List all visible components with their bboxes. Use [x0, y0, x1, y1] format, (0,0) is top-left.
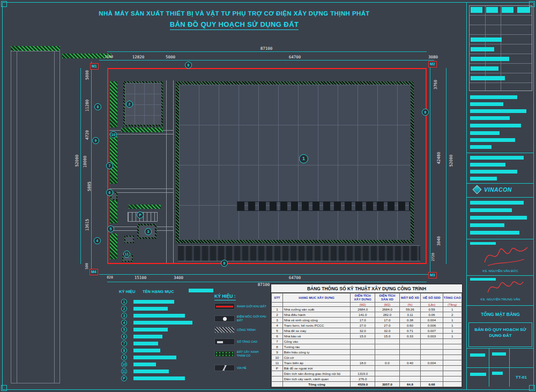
item-balloon: 1 — [121, 299, 127, 305]
spec-table-cell — [399, 376, 420, 382]
redacted-item-name — [133, 349, 160, 352]
spec-table-row: 3Nhà vệ sinh công cộng17.017.00.380.0041 — [272, 318, 462, 323]
redacted-text-bar — [470, 116, 510, 120]
spec-table-cell: 0.40 — [399, 360, 420, 366]
redacted-item-name — [133, 363, 156, 366]
spec-table-cell: 1 — [443, 334, 461, 339]
spec-table-cell — [421, 350, 443, 355]
spec-table-cell — [443, 355, 461, 360]
dim-line — [91, 62, 92, 273]
floor-count-symbol — [214, 338, 235, 345]
symbol-label: RANH GIỚI KHU ĐẤT — [237, 305, 266, 308]
spec-table-cell: 64.8 — [399, 382, 420, 387]
redacted-item-name — [133, 300, 174, 304]
spec-table-cell — [421, 355, 443, 360]
sidewalk-symbol — [214, 365, 235, 371]
spec-table-cell: Biển hiệu công ty — [282, 350, 351, 355]
boundary-line-symbol — [214, 303, 235, 310]
spec-table-cell: 27.0 — [375, 323, 400, 328]
item-balloon: 7 — [106, 162, 113, 169]
redacted-text-bar — [470, 131, 500, 135]
spec-unit-cell — [282, 303, 351, 307]
legend-col2-header: TÊN HẠNG MỤC — [143, 289, 174, 294]
company-name: VINACON — [484, 186, 512, 193]
spec-table-row: 6Nhà bảo vệ15.015.00.330.0031 — [272, 334, 462, 339]
spec-table-cell: P — [272, 366, 283, 371]
symbol-legend-item: ĐẤT CÂY XANH THẢM CỎ — [214, 350, 267, 357]
spec-table-cell — [351, 366, 375, 371]
spec-table-cell: Nhà bảo vệ — [282, 334, 351, 339]
symbol-label: ĐẤT CÂY XANH THẢM CỎ — [237, 350, 267, 357]
spec-table-cell — [375, 366, 400, 371]
spec-table-cell: 32.0 — [351, 328, 375, 334]
spec-table-cell: 2 — [272, 312, 283, 318]
spec-table-cell — [443, 366, 461, 371]
spec-table-cell: Cổng vào — [282, 339, 351, 344]
dim-label: 52000 — [75, 155, 79, 167]
spec-table-cell: 17.0 — [351, 318, 375, 323]
item-balloon: 4 — [94, 237, 101, 244]
spec-header-cell: TẦNG CAO — [443, 293, 461, 303]
spec-table-cell: 141.0 — [351, 312, 375, 318]
item-balloon: 4 — [121, 320, 127, 326]
dim-line — [446, 68, 446, 264]
redacted-item-name — [133, 321, 192, 325]
spec-table-cell: 0.33 — [399, 334, 420, 339]
legend-row: 3 — [121, 313, 185, 319]
redacted-text-bar — [470, 109, 526, 113]
legend-row: 5 — [121, 327, 168, 333]
spec-table-cell — [421, 366, 443, 371]
spec-table-cell: 0.60 — [399, 323, 420, 328]
spec-table-row: 10Cột cờ — [272, 355, 462, 360]
engineer-name-1: KS. NGUYỄN VĂN ĐỨC — [468, 269, 532, 273]
building-hatch-symbol — [214, 327, 235, 333]
spec-table-row: PBãi đỗ xe ngoài trời — [272, 366, 462, 371]
spec-table: BẢNG THÔNG SỐ KỸ THUẬT XÂY DỰNG CÔNG TRÌ… — [271, 284, 463, 388]
green-land-symbol — [214, 351, 235, 357]
redacted-text-bar — [492, 352, 506, 356]
spec-table-cell — [351, 344, 375, 350]
spec-table-row: 1Nhà xưởng sản xuất2684.02684.059.260.59… — [272, 307, 462, 312]
engineer-name-2: KS. NGUYỄN TRUNG VĂN — [468, 298, 532, 301]
boundary-marker-m2: M2 — [428, 61, 437, 67]
redacted-text-bar — [470, 223, 504, 227]
symbol-label: CÔNG TRÌNH — [237, 328, 256, 332]
item-balloon: P — [137, 212, 144, 218]
redacted-text-bar — [471, 76, 505, 80]
spec-table-cell: 15.0 — [375, 334, 400, 339]
spec-table-cell — [375, 355, 400, 360]
spec-table-cell: 0.003 — [421, 334, 443, 339]
item-balloon: 8 — [422, 109, 429, 116]
spec-table-row: 8Tường rào — [272, 344, 462, 350]
spec-table-cell — [272, 382, 283, 387]
redacted-item-name — [133, 307, 168, 311]
spec-header-cell: DIỆN TÍCH SÀN XD — [375, 293, 400, 303]
spec-table-title: BẢNG THÔNG SỐ KỸ THUẬT XÂY DỰNG CÔNG TRÌ… — [271, 284, 462, 293]
spec-table-cell: Tổng cộng — [282, 382, 351, 387]
spec-table-cell: 27.0 — [351, 323, 375, 328]
redacted-text-bar — [189, 289, 213, 292]
spec-table-cell — [375, 376, 400, 382]
redacted-text-bar — [471, 37, 502, 42]
redacted-text-bar — [470, 231, 519, 235]
item-balloon-main: 1 — [299, 154, 308, 163]
dim-label: 2720 — [431, 253, 435, 261]
spec-table-cell: 17.0 — [375, 318, 400, 323]
spec-table-cell — [399, 355, 420, 360]
spec-table-cell — [443, 350, 461, 355]
dim-label: 3760 — [433, 80, 438, 89]
dim-label: 3400 — [174, 275, 183, 280]
vinacon-logo-icon — [473, 185, 482, 194]
spec-table-cell — [399, 350, 420, 355]
redacted-text-bar — [470, 177, 497, 180]
symbol-label: ĐIỂM MỐC GIỚI KHU ĐẤT — [237, 315, 267, 322]
spec-table-cell: 0.007 — [421, 328, 443, 334]
redacted-text-bar — [470, 170, 517, 174]
spec-table-cell — [272, 371, 283, 376]
spec-table-cell: 1319.0 — [351, 371, 375, 376]
spec-table-cell: 0.68 — [421, 382, 443, 387]
spec-header-cell: HỆ SỐ SDD — [421, 293, 443, 303]
sheet-number: TT-01 — [509, 375, 533, 380]
spec-header-cell: DIỆN TÍCH XÂY DỰNG — [351, 293, 375, 303]
redacted-text-bar — [470, 145, 492, 149]
